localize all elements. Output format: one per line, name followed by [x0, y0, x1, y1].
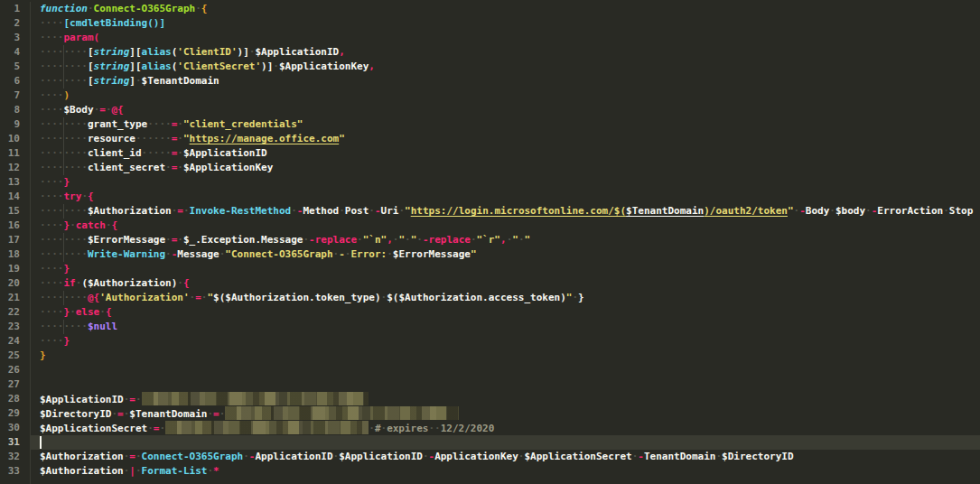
code-line[interactable]	[31, 377, 980, 392]
line-number[interactable]: 29	[0, 406, 30, 421]
code-token: expires	[387, 423, 428, 434]
code-token: )]	[261, 60, 273, 72]
line-number[interactable]: 10	[0, 132, 30, 146]
whitespace-dots: ·	[423, 451, 429, 462]
code-token: "	[512, 234, 518, 246]
code-line[interactable]: ········$null	[31, 320, 980, 334]
line-number[interactable]: 9	[0, 117, 30, 132]
line-number[interactable]: 12	[0, 161, 30, 175]
code-line[interactable]: ····if·($Authorization)·{	[31, 276, 980, 291]
whitespace-dots: ····	[40, 263, 64, 275]
code-line[interactable]: $DirectoryID·=·$TenantDomain·=·	[31, 406, 980, 421]
code-line[interactable]: $Authorization·|·Format-List·*	[31, 464, 980, 479]
line-number[interactable]: 11	[0, 146, 30, 161]
code-line[interactable]: ····try·{	[31, 190, 980, 204]
line-number[interactable]: 17	[0, 233, 30, 247]
line-number[interactable]: 21	[0, 291, 30, 305]
code-token: Method	[303, 205, 339, 217]
line-number[interactable]: 20	[0, 276, 30, 291]
code-editor[interactable]: 1234567891011121314151617181920212223242…	[0, 0, 980, 484]
line-number[interactable]: 8	[0, 103, 30, 117]
code-line[interactable]: ····[cmdletBinding()]	[31, 16, 980, 31]
line-number[interactable]: 18	[0, 247, 30, 262]
code-line[interactable]: ····}·else·{	[31, 305, 980, 320]
code-line[interactable]: $ApplicationID·=·	[31, 392, 980, 406]
line-number[interactable]: 2	[0, 16, 30, 31]
code-line[interactable]: $Authorization·=·Connect-O365Graph·-Appl…	[31, 450, 980, 464]
code-line[interactable]	[31, 435, 980, 450]
code-line[interactable]: ········$ErrorMessage·=·$_.Exception.Mes…	[31, 233, 980, 247]
code-token: $Authorization	[40, 465, 124, 477]
code-line[interactable]: ····}·catch·{	[31, 219, 980, 233]
line-number[interactable]: 33	[0, 464, 30, 479]
code-token: try	[64, 191, 82, 202]
line-number[interactable]: 28	[0, 392, 30, 406]
code-line[interactable]: ········@{'Authorization'·=·"$($Authoriz…	[31, 291, 980, 305]
code-line[interactable]: ····}	[31, 334, 980, 349]
line-number[interactable]: 3	[0, 31, 30, 45]
code-token: "	[405, 205, 411, 217]
line-number[interactable]: 27	[0, 377, 30, 392]
code-token: =	[213, 408, 219, 420]
line-number[interactable]: 5	[0, 60, 30, 74]
code-line[interactable]: ········[string][alias('ClientID')]·$App…	[31, 45, 980, 60]
code-area[interactable]: function·Connect-O365Graph·{····[cmdletB…	[31, 2, 980, 484]
line-number[interactable]: 19	[0, 262, 30, 276]
whitespace-dots: ·	[177, 118, 183, 130]
code-line[interactable]: function·Connect-O365Graph·{	[31, 2, 980, 16]
line-number[interactable]: 23	[0, 320, 30, 334]
whitespace-dots: ·	[291, 205, 297, 217]
code-line[interactable]: ····}	[31, 262, 980, 276]
line-number[interactable]: 30	[0, 421, 30, 435]
line-number[interactable]: 15	[0, 204, 30, 219]
code-line[interactable]: ········resource······=·"https://manage.…	[31, 132, 980, 146]
whitespace-dots: ····	[40, 17, 64, 29]
code-token: Write-Warning	[88, 248, 165, 260]
code-line[interactable]: ····}	[31, 175, 980, 190]
line-number[interactable]: 22	[0, 305, 30, 320]
whitespace-dots: ·	[88, 3, 94, 14]
code-token: $ApplicationID	[339, 451, 423, 462]
line-number[interactable]: 4	[0, 45, 30, 60]
code-line[interactable]: ····param(	[31, 31, 980, 45]
code-line[interactable]: ········Write-Warning·-Message·"Connect-…	[31, 247, 980, 262]
whitespace-dots: ··	[428, 423, 440, 434]
line-number[interactable]: 16	[0, 219, 30, 233]
indent-guide	[63, 60, 64, 74]
code-line[interactable]: ····)	[31, 88, 980, 103]
whitespace-dots: ·	[135, 75, 142, 87]
whitespace-dots: ····	[40, 306, 64, 318]
whitespace-dots: ·	[165, 248, 172, 260]
code-token: $($Authorization.token_type)	[213, 292, 380, 303]
indent-guide	[63, 45, 64, 60]
code-line[interactable]: ········client_id·····=·$ApplicationID	[31, 146, 980, 161]
code-line[interactable]: }	[31, 349, 980, 363]
code-line[interactable]	[31, 363, 980, 377]
line-number[interactable]: 25	[0, 349, 30, 363]
code-line[interactable]: $ApplicationSecret·=··#·expires··12/2/20…	[31, 421, 980, 435]
line-number[interactable]: 1	[0, 2, 30, 16]
code-line[interactable]: ····$Body·=·@{	[31, 103, 980, 117]
code-line[interactable]: ········[string]·$TenantDomain	[31, 74, 980, 88]
line-number[interactable]: 26	[0, 363, 30, 377]
line-number[interactable]: 13	[0, 175, 30, 190]
line-number[interactable]: 31	[0, 435, 30, 450]
code-line[interactable]: ········grant_type····=·"client_credenti…	[31, 117, 980, 132]
line-number[interactable]: 32	[0, 450, 30, 464]
code-line[interactable]: ········$Authorization·=·Invoke-RestMeth…	[31, 204, 980, 219]
code-token: ,	[369, 60, 375, 72]
line-number[interactable]: 24	[0, 334, 30, 349]
line-number[interactable]: 7	[0, 88, 30, 103]
whitespace-dots: ·	[273, 60, 279, 72]
whitespace-dots: ····	[40, 104, 64, 116]
line-number[interactable]: 14	[0, 190, 30, 204]
code-token: string	[94, 60, 130, 72]
whitespace-dots: ····	[40, 219, 64, 231]
line-number[interactable]: 6	[0, 74, 30, 88]
code-token: Uri	[381, 205, 399, 217]
code-line[interactable]: ········client_secret·=·$ApplicationKey	[31, 161, 980, 175]
code-line[interactable]: ········[string][alias('ClientSecret')]·…	[31, 60, 980, 74]
redacted-secret	[165, 421, 369, 434]
code-token: function	[40, 3, 88, 14]
code-token: $TenantDomain	[129, 408, 207, 420]
